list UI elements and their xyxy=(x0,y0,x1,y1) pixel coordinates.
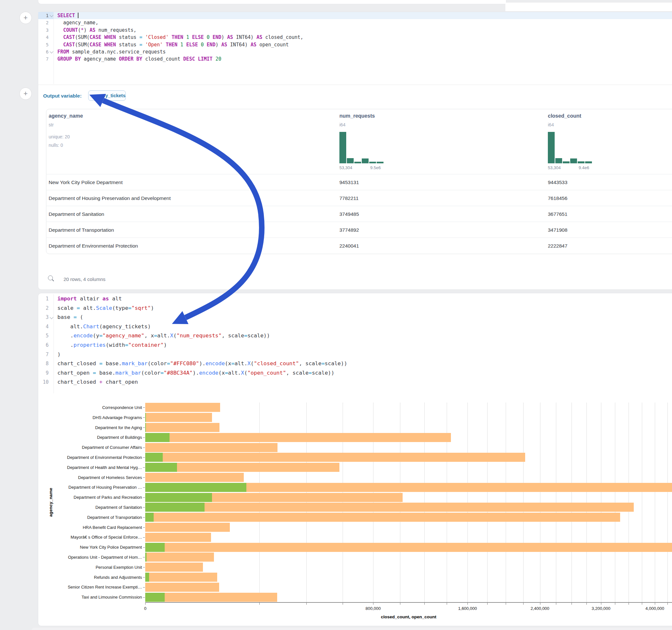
line-number: 7 xyxy=(36,350,49,359)
y-axis-label: Operations Unit - Department of Hom… xyxy=(39,555,142,560)
bar-closed-count xyxy=(145,523,230,532)
y-axis-tick xyxy=(143,437,145,438)
code-line[interactable]: base = ( xyxy=(57,313,83,322)
y-axis-label: Refunds and Adjustments xyxy=(39,575,142,580)
y-axis-label: Taxi and Limousine Commission xyxy=(39,595,142,600)
output-variable-chip[interactable]: agency_tickets xyxy=(88,91,126,101)
line-number: 5 xyxy=(36,331,49,341)
gridline xyxy=(447,403,447,602)
y-axis-tick xyxy=(143,557,145,557)
gridline xyxy=(487,403,487,602)
histogram-bar xyxy=(369,162,376,163)
histogram-bar xyxy=(555,158,562,163)
y-axis-label: Senior Citizen Rent Increase Exempti… xyxy=(39,585,142,589)
x-axis-line xyxy=(145,602,672,603)
cell-num-requests: 7782211 xyxy=(339,190,359,206)
code-line[interactable]: agency_name, xyxy=(57,19,98,26)
table-row: Department of Environmental Protection22… xyxy=(46,238,672,254)
cell-num-requests: 3774892 xyxy=(339,222,359,238)
y-axis-tick xyxy=(143,577,145,578)
line-number: 6 xyxy=(36,341,49,350)
x-axis-tick xyxy=(400,603,400,605)
x-axis-tick xyxy=(601,603,601,605)
x-axis-tick xyxy=(373,603,374,605)
cell-closed-count: 9443533 xyxy=(548,174,567,190)
x-axis-tick-label: 2,400,000 xyxy=(531,606,549,611)
y-axis-label: Personal Exemption Unit xyxy=(39,565,142,570)
bar-open-count xyxy=(145,483,246,492)
gridline xyxy=(343,403,343,602)
code-line[interactable]: GROUP BY agency_name ORDER BY closed_cou… xyxy=(57,55,221,63)
x-axis-tick-label: 1,600,000 xyxy=(458,606,477,611)
gridline xyxy=(615,403,615,602)
bar-closed-count xyxy=(145,473,244,482)
bar-closed-count xyxy=(145,573,217,582)
code-line[interactable]: chart_closed = base.mark_bar(color="#FFC… xyxy=(57,359,347,368)
gridline xyxy=(373,403,374,602)
gridline xyxy=(506,403,506,602)
column-stat: unique: 20 xyxy=(49,134,70,139)
column-header-closed_count[interactable]: closed_count xyxy=(548,113,581,119)
y-axis-tick xyxy=(143,517,145,517)
bar-closed-count xyxy=(145,423,219,432)
column-header-num_requests[interactable]: num_requests xyxy=(339,113,375,119)
code-line[interactable]: FROM sample_data.nyc.service_requests xyxy=(57,48,166,55)
gridline xyxy=(523,403,524,602)
histogram-max-label: 9.5e6 xyxy=(370,165,381,170)
bar-closed-count xyxy=(145,563,203,572)
y-axis-tick xyxy=(143,417,145,418)
x-axis-tick-label: 3,200,000 xyxy=(592,606,610,611)
add-cell-button-middle[interactable]: + xyxy=(20,88,32,100)
search-icon-handle xyxy=(52,280,54,281)
notebook-page: + + 1SELECT 2 agency_name,3 COUNT(*) AS … xyxy=(0,0,672,630)
code-line[interactable]: scale = alt.Scale(type="sqrt") xyxy=(57,304,154,313)
x-axis-tick xyxy=(540,603,541,605)
code-line[interactable]: CAST(SUM(CASE WHEN status = 'Open' THEN … xyxy=(57,41,289,48)
cell-num-requests: 2240041 xyxy=(339,238,359,254)
x-axis-tick xyxy=(506,603,506,605)
table-row: Department of Sanitation37494853677651 xyxy=(46,206,672,222)
y-axis-label: Department for the Aging xyxy=(39,425,142,430)
gridline xyxy=(259,403,260,602)
histogram-bar xyxy=(563,162,570,163)
code-line[interactable]: alt.Chart(agency_tickets) xyxy=(57,322,151,332)
cell-num-requests: 9453131 xyxy=(339,174,359,190)
column-dtype: i64 xyxy=(339,122,345,127)
y-axis-tick xyxy=(143,477,145,478)
code-line[interactable]: chart_closed + chart_open xyxy=(57,378,138,387)
bar-open-count xyxy=(145,463,177,472)
histogram-bar xyxy=(362,159,368,163)
histogram-bar xyxy=(578,162,584,163)
y-axis-tick xyxy=(143,587,145,587)
code-line[interactable]: CAST(SUM(CASE WHEN status = 'Closed' THE… xyxy=(57,34,304,41)
y-axis-tick xyxy=(143,537,145,538)
bar-open-count xyxy=(145,433,170,442)
x-axis-tick xyxy=(259,603,260,605)
code-line[interactable]: ) xyxy=(57,350,61,359)
histogram-bar xyxy=(339,132,346,163)
code-line[interactable]: import altair as alt xyxy=(57,294,122,304)
plus-icon: + xyxy=(24,14,28,22)
chart-plot-area xyxy=(145,403,672,602)
x-axis-tick xyxy=(306,603,307,605)
table-search-button[interactable] xyxy=(48,275,56,283)
code-line[interactable]: chart_open = base.mark_bar(color="#8BC34… xyxy=(57,368,334,378)
table-row-count: 20 rows, 4 columns xyxy=(64,276,105,282)
line-number: 9 xyxy=(36,368,49,378)
code-line[interactable]: SELECT xyxy=(57,12,78,19)
code-line[interactable]: COUNT(*) AS num_requests, xyxy=(57,27,137,34)
y-axis-tick xyxy=(143,467,145,468)
cell-agency-name: Department of Sanitation xyxy=(49,206,104,222)
cell-agency-name: Department of Environmental Protection xyxy=(49,238,138,254)
x-axis-tick xyxy=(487,603,487,605)
y-axis-tick xyxy=(143,527,145,528)
histogram-bar xyxy=(585,162,592,163)
x-axis-tick xyxy=(447,603,447,605)
add-cell-button-top[interactable]: + xyxy=(20,12,32,24)
x-axis-tick xyxy=(615,603,615,605)
column-header-agency_name[interactable]: agency_name xyxy=(49,113,83,119)
table-row: New York City Police Department945313194… xyxy=(46,174,672,190)
code-line[interactable]: .encode(y="agency_name", x=alt.X("num_re… xyxy=(57,331,270,341)
line-number: 10 xyxy=(36,378,49,387)
code-line[interactable]: .properties(width="container") xyxy=(57,341,167,350)
